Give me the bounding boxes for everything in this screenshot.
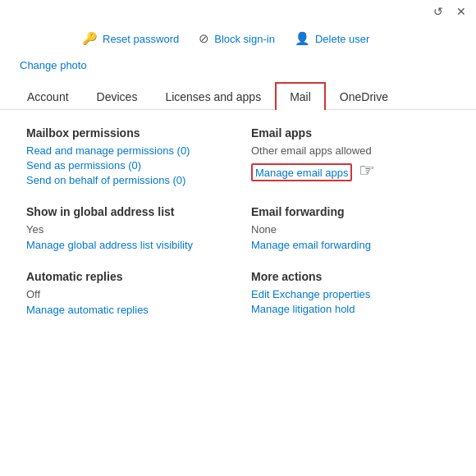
tab-licenses-apps[interactable]: Licenses and apps <box>151 83 275 110</box>
reset-password-label: Reset password <box>103 33 179 45</box>
automatic-replies-title: Automatic replies <box>26 270 225 283</box>
tab-mail[interactable]: Mail <box>275 82 326 110</box>
title-bar: ↺ ✕ <box>0 0 476 23</box>
more-actions-title: More actions <box>251 270 450 283</box>
automatic-replies-value: Off <box>26 288 225 300</box>
close-button[interactable]: ✕ <box>455 5 468 18</box>
delete-user-label: Delete user <box>315 33 369 45</box>
read-manage-permissions-link[interactable]: Read and manage permissions (0) <box>26 144 225 157</box>
email-forwarding-value: None <box>251 223 450 236</box>
manage-litigation-hold-link[interactable]: Manage litigation hold <box>251 303 450 315</box>
block-signin-button[interactable]: ⊘ Block sign-in <box>199 31 275 46</box>
tab-onedrive[interactable]: OneDrive <box>326 83 402 110</box>
email-apps-value: Other email apps allowed <box>251 144 450 157</box>
more-actions-section: More actions Edit Exchange properties Ma… <box>238 270 463 335</box>
cursor-icon: ☞ <box>359 160 375 181</box>
email-forwarding-title: Email forwarding <box>251 205 450 218</box>
send-on-behalf-link[interactable]: Send on behalf of permissions (0) <box>26 174 225 186</box>
refresh-button[interactable]: ↺ <box>432 5 445 18</box>
email-apps-title: Email apps <box>251 126 450 140</box>
block-signin-label: Block sign-in <box>214 33 275 45</box>
manage-email-apps-link[interactable]: Manage email apps <box>255 167 348 179</box>
block-icon: ⊘ <box>199 31 209 46</box>
key-icon: 🔑 <box>82 31 98 46</box>
automatic-replies-section: Automatic replies Off Manage automatic r… <box>13 270 238 335</box>
toolbar: 🔑 Reset password ⊘ Block sign-in 👤 Delet… <box>0 23 476 59</box>
edit-exchange-properties-link[interactable]: Edit Exchange properties <box>251 288 450 300</box>
email-forwarding-section: Email forwarding None Manage email forwa… <box>238 205 463 270</box>
email-apps-section: Email apps Other email apps allowed Mana… <box>238 126 463 205</box>
mailbox-permissions-title: Mailbox permissions <box>26 126 225 140</box>
manage-global-address-link[interactable]: Manage global address list visibility <box>26 239 225 251</box>
tab-devices[interactable]: Devices <box>83 83 152 110</box>
global-address-title: Show in global address list <box>26 205 225 218</box>
mailbox-permissions-section: Mailbox permissions Read and manage perm… <box>13 126 238 205</box>
tabs-nav: Account Devices Licenses and apps Mail O… <box>0 81 476 110</box>
tab-account[interactable]: Account <box>13 83 83 110</box>
reset-password-button[interactable]: 🔑 Reset password <box>82 31 179 46</box>
delete-user-button[interactable]: 👤 Delete user <box>295 31 369 46</box>
global-address-value: Yes <box>26 223 225 236</box>
change-photo-link[interactable]: Change photo <box>0 59 476 81</box>
person-icon: 👤 <box>295 31 310 46</box>
manage-automatic-replies-link[interactable]: Manage automatic replies <box>26 304 225 316</box>
manage-email-forwarding-link[interactable]: Manage email forwarding <box>251 239 450 251</box>
send-as-permissions-link[interactable]: Send as permissions (0) <box>26 159 225 172</box>
manage-email-apps-highlight: Manage email apps <box>251 163 352 181</box>
global-address-section: Show in global address list Yes Manage g… <box>13 205 238 270</box>
main-content: Mailbox permissions Read and manage perm… <box>0 110 476 348</box>
